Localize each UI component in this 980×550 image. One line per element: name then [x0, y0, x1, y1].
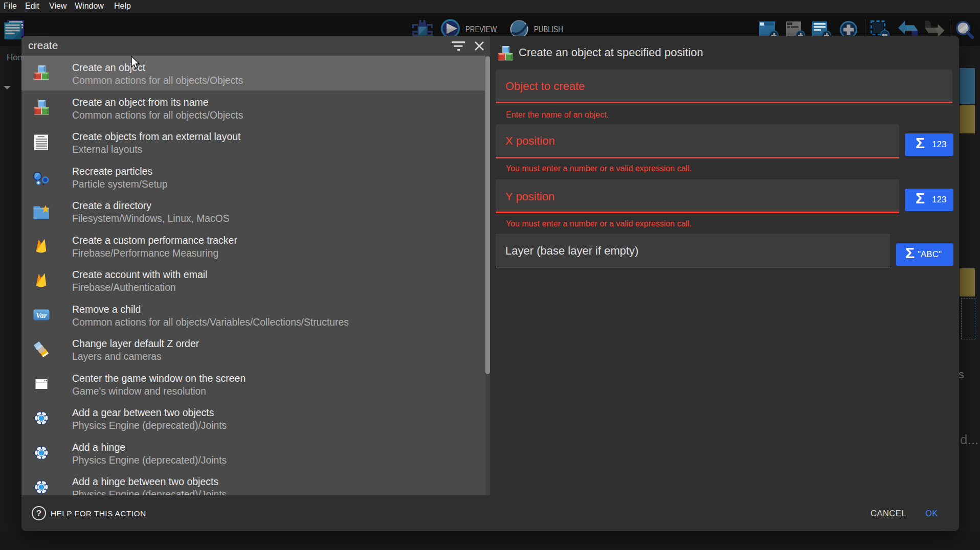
svg-text:Var: Var	[36, 311, 47, 319]
